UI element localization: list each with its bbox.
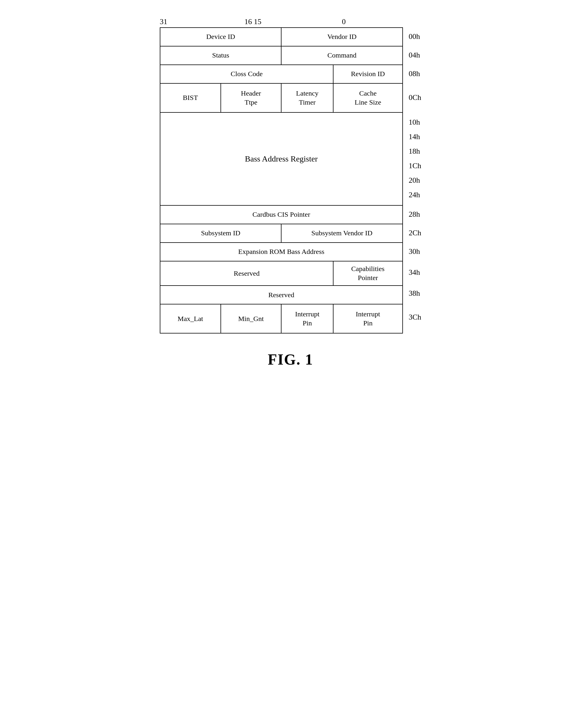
diagram-container: Device ID Vendor ID Status Command Closs… [160,27,421,334]
address-column: 00h 04h 08h 0Ch 10h 14h 18h 1Ch 20h 24h … [407,27,421,334]
addr-2ch: 2Ch [407,224,421,242]
device-id-cell: Device ID [160,28,281,46]
subsystem-id-cell: Subsystem ID [160,224,281,242]
subsystem-vendor-id-cell: Subsystem Vendor ID [281,224,402,242]
bit-31-label: 31 [160,18,167,26]
addr-20h: 20h [407,176,421,185]
table-row: Expansion ROM Bass Address [160,242,403,261]
table-row: BIST HeaderTtpe LatencyTimer CacheLine S… [160,83,403,112]
vendor-id-cell: Vendor ID [281,28,402,46]
table-row: Reserved CapabilitiesPointer [160,261,403,286]
command-cell: Command [281,46,402,65]
addr-bar-group: 10h 14h 18h 1Ch 20h 24h [407,112,421,205]
table-row: Bass Address Register [160,112,403,205]
addr-38h: 38h [407,284,421,303]
addr-04h: 04h [407,46,421,64]
table-row: Device ID Vendor ID [160,28,403,46]
reserved-34h-cell: Reserved [160,261,333,286]
table-row: Status Command [160,46,403,65]
expansion-rom-cell: Expansion ROM Bass Address [160,242,403,261]
table-row: Max_Lat Min_Gnt InterruptPin InterruptPi… [160,304,403,333]
addr-1ch: 1Ch [407,161,421,170]
addr-0ch: 0Ch [407,83,421,112]
header-type-cell: HeaderTtpe [221,83,282,112]
register-table: Device ID Vendor ID Status Command Closs… [160,27,403,334]
addr-14h: 14h [407,132,421,141]
addr-00h: 00h [407,27,421,46]
addr-10h: 10h [407,118,421,127]
min-gnt-cell: Min_Gnt [221,304,282,333]
interrupt-pin-cell-1: InterruptPin [281,304,333,333]
addr-3ch: 3Ch [407,303,421,332]
table-row: Reserved [160,286,403,304]
capabilities-pointer-cell: CapabilitiesPointer [333,261,403,286]
addr-24h: 24h [407,190,421,199]
status-cell: Status [160,46,281,65]
addr-34h: 34h [407,261,421,284]
addr-28h: 28h [407,205,421,224]
figure-title: FIG. 1 [268,351,313,368]
bit-labels: 31 16 15 0 [160,18,421,26]
latency-timer-cell: LatencyTimer [281,83,333,112]
addr-18h: 18h [407,147,421,156]
addr-08h: 08h [407,64,421,83]
interrupt-pin-cell-2: InterruptPin [333,304,403,333]
reserved-38h-cell: Reserved [160,286,403,304]
table-row: Closs Code Revision ID [160,65,403,83]
bit-0-label: 0 [342,18,346,26]
max-lat-cell: Max_Lat [160,304,221,333]
closs-code-cell: Closs Code [160,65,333,83]
page: 31 16 15 0 Device ID Vendor ID Status Co… [160,18,421,368]
table-row: Cardbus CIS Pointer [160,205,403,224]
bar-cell: Bass Address Register [160,112,403,205]
bit-16-label: 16 15 [244,18,261,26]
bist-cell: BIST [160,83,221,112]
revision-id-cell: Revision ID [333,65,403,83]
addr-30h: 30h [407,242,421,261]
table-row: Subsystem ID Subsystem Vendor ID [160,224,403,242]
cache-line-size-cell: CacheLine Size [333,83,403,112]
cardbus-cell: Cardbus CIS Pointer [160,205,403,224]
